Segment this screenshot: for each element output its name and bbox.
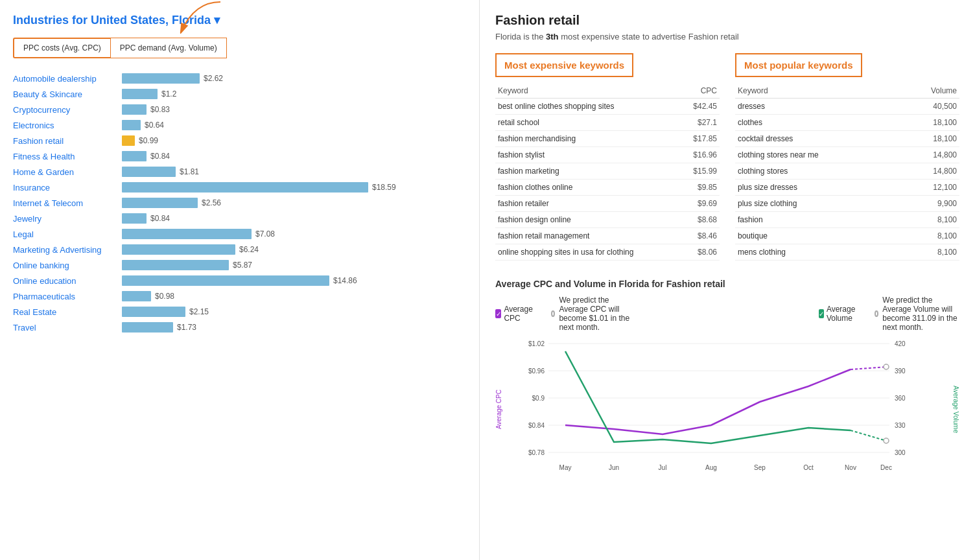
industry-name[interactable]: Internet & Telecom bbox=[13, 198, 117, 208]
industry-row: Cryptocurrency$0.83 bbox=[13, 102, 466, 117]
industry-name[interactable]: Home & Garden bbox=[13, 167, 117, 177]
chart-svg: $1.02 $0.96 $0.9 $0.84 $0.78 May Jun Jul bbox=[505, 337, 950, 480]
bar-area: $1.73 bbox=[122, 322, 466, 332]
industry-name[interactable]: Automobile dealership bbox=[13, 74, 117, 84]
svg-text:300: 300 bbox=[895, 449, 906, 456]
subtitle-rank: 3th bbox=[546, 32, 559, 41]
industry-name[interactable]: Electronics bbox=[13, 121, 117, 130]
legend-volume-label: Average Volume bbox=[827, 305, 859, 323]
bar-area: $0.64 bbox=[122, 120, 466, 130]
bar-value: $2.62 bbox=[204, 74, 223, 83]
most-popular-table: Keyword Volume dresses40,500clothes18,10… bbox=[735, 84, 959, 261]
keyword-cell: mens clothing bbox=[735, 244, 900, 261]
svg-text:$0.84: $0.84 bbox=[528, 422, 545, 429]
bar bbox=[122, 151, 147, 161]
chart-section: Average CPC and Volume in Florida for Fa… bbox=[495, 279, 959, 482]
tab-ppc-costs[interactable]: PPC costs (Avg. CPC) bbox=[13, 38, 110, 58]
bar-value: $0.98 bbox=[155, 292, 174, 301]
industry-row: Internet & Telecom$2.56 bbox=[13, 196, 466, 210]
title-text: Industries for United States, bbox=[13, 14, 169, 27]
panel-title: Industries for United States, Florida ▾ bbox=[13, 13, 466, 27]
legend-cpc: ✓ Average CPC bbox=[495, 296, 535, 332]
value-cell: $17.85 bbox=[681, 131, 720, 147]
volume-predict-dot bbox=[884, 438, 889, 443]
industry-row: Insurance$18.59 bbox=[13, 180, 466, 194]
industry-name[interactable]: Legal bbox=[13, 229, 117, 239]
right-panel: Fashion retail Florida is the 3th most e… bbox=[480, 0, 975, 560]
value-cell: $8.68 bbox=[681, 212, 720, 228]
table-row: mens clothing8,100 bbox=[735, 244, 959, 261]
svg-text:$0.96: $0.96 bbox=[528, 368, 545, 375]
industry-row: Jewelry$0.84 bbox=[13, 211, 466, 226]
legend-volume: ✓ Average Volume bbox=[819, 296, 859, 332]
most-expensive-header: Most expensive keywords bbox=[495, 53, 633, 77]
value-cell: 40,500 bbox=[900, 99, 959, 115]
keyword-cell: fashion merchandising bbox=[495, 131, 681, 147]
bar-value: $0.83 bbox=[150, 105, 170, 114]
keyword-cell: fashion retail management bbox=[495, 228, 681, 244]
bar-value: $6.24 bbox=[239, 245, 259, 254]
industry-name[interactable]: Fitness & Health bbox=[13, 152, 117, 161]
tab-row: PPC costs (Avg. CPC) PPC demand (Avg. Vo… bbox=[13, 38, 466, 58]
value-cell: $16.96 bbox=[681, 147, 720, 163]
bar-area: $0.84 bbox=[122, 151, 466, 161]
bar bbox=[122, 291, 151, 301]
bar bbox=[122, 198, 198, 208]
bar-area: $0.99 bbox=[122, 135, 466, 146]
value-cell: 12,100 bbox=[900, 180, 959, 196]
keyword-cell: clothing stores bbox=[735, 163, 900, 180]
value-cell: $9.69 bbox=[681, 196, 720, 212]
industry-name[interactable]: Online education bbox=[13, 276, 117, 286]
keyword-cell: online shopping sites in usa for clothin… bbox=[495, 244, 681, 261]
bar-area: $0.83 bbox=[122, 104, 466, 115]
chart-area: $1.02 $0.96 $0.9 $0.84 $0.78 May Jun Jul bbox=[505, 337, 950, 482]
industry-name[interactable]: Online banking bbox=[13, 261, 117, 270]
svg-text:390: 390 bbox=[895, 368, 906, 375]
industry-name[interactable]: Pharmaceuticals bbox=[13, 292, 117, 301]
bar-value: $2.15 bbox=[189, 307, 209, 316]
value-cell: $15.99 bbox=[681, 163, 720, 180]
table-row: plus size clothing9,900 bbox=[735, 196, 959, 212]
predict-cpc-text: We predict the Average CPC will become $… bbox=[559, 296, 631, 332]
subtitle-pre: Florida is the bbox=[495, 32, 546, 41]
value-cell: 14,800 bbox=[900, 147, 959, 163]
table-row: clothes18,100 bbox=[735, 115, 959, 131]
bar bbox=[122, 229, 252, 239]
table-row: fashion stylist$16.96 bbox=[495, 147, 720, 163]
industry-name[interactable]: Jewelry bbox=[13, 214, 117, 224]
bar-value: $1.2 bbox=[161, 89, 176, 99]
keyword-cell: fashion bbox=[735, 212, 900, 228]
value-cell: $27.1 bbox=[681, 115, 720, 131]
industry-name[interactable]: Cryptocurrency bbox=[13, 105, 117, 115]
most-popular-header: Most popular keywords bbox=[735, 53, 862, 77]
legend-predict-volume: We predict the Average Volume will becom… bbox=[875, 296, 959, 332]
industry-row: Marketing & Advertising$6.24 bbox=[13, 242, 466, 257]
y-axis-left-label: Average CPC bbox=[495, 390, 502, 429]
bar-value: $1.73 bbox=[177, 323, 196, 332]
keyword-cell: plus size clothing bbox=[735, 196, 900, 212]
bar bbox=[122, 89, 158, 99]
industry-name[interactable]: Insurance bbox=[13, 183, 117, 192]
bar bbox=[122, 167, 176, 177]
table-row: cocktail dresses18,100 bbox=[735, 131, 959, 147]
industry-name[interactable]: Fashion retail bbox=[13, 136, 117, 146]
industry-name[interactable]: Travel bbox=[13, 323, 117, 332]
keyword-cell: fashion design online bbox=[495, 212, 681, 228]
industry-name[interactable]: Marketing & Advertising bbox=[13, 245, 117, 255]
bar-area: $2.62 bbox=[122, 73, 466, 84]
keyword-cell: boutique bbox=[735, 228, 900, 244]
svg-text:$0.9: $0.9 bbox=[532, 395, 545, 402]
value-cell: 9,900 bbox=[900, 196, 959, 212]
bar-area: $6.24 bbox=[122, 244, 466, 255]
popular-col1: Keyword bbox=[735, 84, 900, 99]
industry-name[interactable]: Real Estate bbox=[13, 307, 117, 317]
keyword-cell: fashion marketing bbox=[495, 163, 681, 180]
bar-area: $0.98 bbox=[122, 291, 466, 301]
svg-text:Oct: Oct bbox=[803, 464, 814, 471]
volume-checkbox-icon: ✓ bbox=[819, 309, 824, 318]
value-cell: 18,100 bbox=[900, 131, 959, 147]
bar bbox=[122, 307, 185, 317]
expensive-col2: CPC bbox=[681, 84, 720, 99]
cpc-predict-dot bbox=[884, 364, 889, 369]
industry-name[interactable]: Beauty & Skincare bbox=[13, 89, 117, 99]
